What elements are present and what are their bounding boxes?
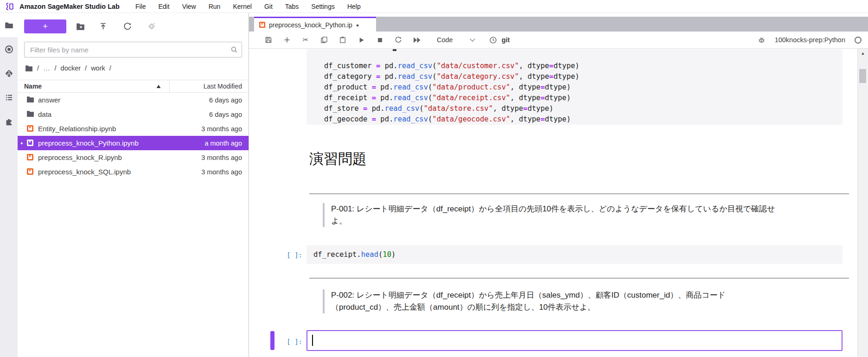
column-header-name[interactable]: Name: [24, 83, 42, 90]
sidebar-item-table-of-contents[interactable]: [0, 85, 18, 109]
last-modified: 3 months ago: [201, 154, 242, 161]
history-clock-icon: [489, 36, 497, 44]
app-title: Amazon SageMaker Studio Lab: [19, 3, 120, 10]
cell-type-select[interactable]: Code: [437, 36, 474, 44]
last-modified: 3 months ago: [201, 125, 242, 133]
markdown-quote-p001[interactable]: P-001: レシート明細データ（df_receipt）から全項目の先頭10件を…: [323, 203, 841, 227]
file-name: preprocess_knock_Python.ipynb: [38, 139, 204, 147]
file-list-header: Name Last Modified: [18, 80, 249, 93]
sidebar-item-file-browser[interactable]: [0, 13, 18, 37]
run-cell-button[interactable]: [357, 36, 365, 44]
markdown-heading[interactable]: 演習問題: [309, 149, 367, 169]
menu-item-tabs[interactable]: Tabs: [285, 3, 299, 10]
git-clone-button[interactable]: [147, 22, 158, 31]
breadcrumb-part[interactable]: /: [109, 64, 111, 72]
menu-item-help[interactable]: Help: [347, 3, 361, 10]
menu-item-view[interactable]: View: [182, 3, 196, 10]
kernel-status-icon[interactable]: [855, 37, 862, 44]
home-folder-icon[interactable]: [25, 65, 33, 72]
scrollbar-thumb[interactable]: [859, 69, 866, 83]
file-name: data: [38, 110, 209, 118]
search-icon: [230, 46, 238, 53]
sidebar-item-git[interactable]: [0, 61, 18, 85]
app-window: Amazon SageMaker Studio Lab FileEditView…: [0, 0, 868, 357]
markdown-quote-p002[interactable]: P-002: レシート明細データ（df_receipt）から売上年月日（sale…: [323, 289, 841, 313]
menu-item-file[interactable]: File: [135, 3, 146, 10]
tab-notebook[interactable]: preprocess_knock_Python.ip ●: [254, 17, 376, 32]
app-logo-icon: [5, 2, 14, 11]
menu-item-edit[interactable]: Edit: [159, 3, 170, 10]
cell-type-label: Code: [437, 36, 453, 44]
breadcrumb-part[interactable]: work: [91, 64, 105, 72]
editor-area: preprocess_knock_Python.ip ● ✂: [249, 13, 868, 357]
debugger-bug-icon[interactable]: [758, 36, 766, 44]
code-cell-imports[interactable]: df_customer = pd.read_csv("data/customer…: [306, 49, 842, 125]
menu-item-settings[interactable]: Settings: [311, 3, 335, 10]
folder-icon: [5, 21, 13, 30]
notebook-icon: [26, 168, 34, 176]
file-row-preprocess_knock_R.ipynb[interactable]: preprocess_knock_R.ipynb3 months ago: [18, 150, 249, 165]
chevron-down-icon: [470, 36, 475, 41]
blockquote-bar: [323, 203, 325, 227]
puzzle-icon: [5, 117, 13, 126]
sidebar-item-extensions[interactable]: [0, 109, 18, 134]
menu-item-kernel[interactable]: Kernel: [233, 3, 251, 10]
main-menu: FileEditViewRunKernelGitTabsSettingsHelp: [135, 3, 361, 10]
folder-icon: [26, 96, 34, 104]
file-row-preprocess_knock_Python.ipynb[interactable]: ●preprocess_knock_Python.ipynba month ag…: [18, 136, 249, 150]
sidebar-item-running-sessions[interactable]: [0, 37, 18, 61]
git-label: git: [502, 36, 510, 44]
notebook-icon: [26, 139, 34, 147]
unsaved-dot: ●: [20, 141, 26, 146]
notebook-scrollbar[interactable]: ▲: [857, 49, 868, 357]
last-modified: 6 days ago: [209, 96, 242, 104]
copy-icon[interactable]: [320, 36, 328, 44]
code-editor[interactable]: df_receipt.head(10): [313, 249, 838, 260]
active-cell-input[interactable]: [306, 330, 842, 351]
folder-icon: [26, 110, 34, 118]
menu-bar: Amazon SageMaker Studio Lab FileEditView…: [0, 0, 868, 13]
add-cell-button[interactable]: [283, 36, 291, 44]
input-prompt: [ ]:: [270, 338, 302, 345]
kernel-name[interactable]: 100knocks-prep:Python: [775, 36, 845, 44]
file-row-preprocess_knock_SQL.ipynb[interactable]: preprocess_knock_SQL.ipynb3 months ago: [18, 165, 249, 179]
notebook-toolbar: ✂ Code: [249, 32, 868, 49]
cut-icon[interactable]: ✂: [301, 36, 310, 44]
list-icon: [5, 93, 13, 102]
file-row-answer[interactable]: answer6 days ago: [18, 93, 249, 107]
scroll-up-icon[interactable]: ▲: [858, 51, 868, 56]
quote-text: P-002: レシート明細データ（df_receipt）から売上年月日（sale…: [331, 289, 841, 313]
git-toolbar-group[interactable]: git: [489, 36, 510, 44]
refresh-button[interactable]: [123, 22, 134, 31]
restart-kernel-button[interactable]: [394, 36, 402, 44]
column-header-modified[interactable]: Last Modified: [204, 83, 242, 90]
text-cursor: [312, 335, 313, 346]
notebook-panel: df_customer = pd.read_csv("data/customer…: [249, 49, 868, 357]
sort-ascending-icon: [156, 84, 161, 89]
breadcrumb-part[interactable]: /: [37, 64, 39, 72]
breadcrumb-part[interactable]: /: [85, 64, 87, 72]
file-name: preprocess_knock_R.ipynb: [38, 153, 201, 161]
menu-item-git[interactable]: Git: [264, 3, 273, 10]
paste-icon[interactable]: [338, 36, 347, 44]
new-launcher-button[interactable]: +: [24, 19, 66, 33]
file-list: answer6 days agodata6 days agoEntity_Rel…: [18, 93, 249, 179]
upload-button[interactable]: [99, 22, 109, 31]
filter-input[interactable]: [24, 42, 242, 57]
new-folder-button[interactable]: [76, 22, 86, 31]
interrupt-kernel-button[interactable]: [376, 36, 384, 44]
menu-item-run[interactable]: Run: [209, 3, 221, 10]
file-row-Entity_Relationship.ipynb[interactable]: Entity_Relationship.ipynb3 months ago: [18, 121, 249, 136]
dirty-indicator: ●: [356, 22, 359, 28]
input-prompt: [ ]:: [270, 251, 302, 259]
breadcrumb-part[interactable]: /: [55, 64, 57, 72]
breadcrumb-ellipsis[interactable]: …: [43, 64, 51, 72]
file-row-data[interactable]: data6 days ago: [18, 107, 249, 121]
last-modified: 6 days ago: [209, 111, 242, 118]
restart-run-all-button[interactable]: [413, 36, 421, 44]
code-editor[interactable]: df_customer = pd.read_csv("data/customer…: [324, 61, 835, 125]
save-button[interactable]: [264, 36, 273, 44]
last-modified: 3 months ago: [201, 168, 242, 176]
code-cell-head[interactable]: df_receipt.head(10): [306, 245, 842, 264]
breadcrumb-part[interactable]: docker: [61, 64, 81, 72]
